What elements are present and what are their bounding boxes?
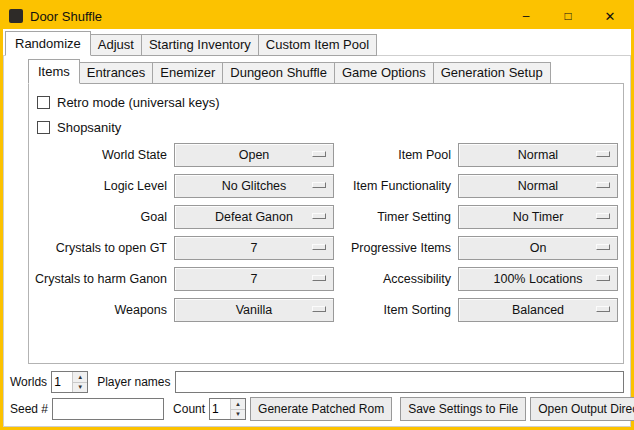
tab-randomize[interactable]: Randomize — [5, 31, 91, 56]
crystals-harm-ganon-label: Crystals to harm Ganon — [35, 272, 167, 286]
dropdown-indicator-icon — [312, 306, 326, 312]
item-pool-label: Item Pool — [341, 148, 451, 162]
crystals-open-gt-label: Crystals to open GT — [35, 241, 167, 255]
accessibility-value: 100% Locations — [494, 272, 583, 286]
goal-value: Defeat Ganon — [215, 210, 293, 224]
player-names-label: Player names — [97, 375, 170, 389]
worlds-spinbox[interactable]: ▲ ▼ — [51, 371, 88, 393]
seed-row: Seed # Count ▲ ▼ Generate Patched Rom Sa… — [10, 397, 624, 421]
progressive-items-value: On — [530, 241, 547, 255]
window-content: Randomize Adjust Starting Inventory Cust… — [3, 29, 631, 427]
shopsanity-label: Shopsanity — [57, 120, 121, 135]
weapons-label: Weapons — [35, 303, 167, 317]
titlebar[interactable]: Door Shuffle – □ ✕ — [3, 3, 631, 29]
tab-adjust[interactable]: Adjust — [90, 34, 142, 56]
save-settings-button[interactable]: Save Settings to File — [400, 397, 526, 421]
worlds-spin-arrows: ▲ ▼ — [72, 372, 87, 392]
tab-generation-setup[interactable]: Generation Setup — [433, 62, 551, 84]
goal-dropdown[interactable]: Defeat Ganon — [174, 205, 334, 229]
tab-enemizer[interactable]: Enemizer — [152, 62, 223, 84]
inner-notebook: Items Entrances Enemizer Dungeon Shuffle… — [28, 59, 624, 364]
world-state-label: World State — [35, 148, 167, 162]
tab-game-options[interactable]: Game Options — [334, 62, 434, 84]
progressive-items-dropdown[interactable]: On — [458, 236, 618, 260]
dropdown-indicator-icon — [596, 182, 610, 188]
dropdown-indicator-icon — [312, 151, 326, 157]
count-spinbox[interactable]: ▲ ▼ — [209, 398, 246, 420]
open-output-button[interactable]: Open Output Directory — [530, 397, 634, 421]
logic-level-value: No Glitches — [222, 179, 287, 193]
spin-down-icon[interactable]: ▼ — [231, 409, 245, 420]
minimize-icon[interactable]: – — [505, 3, 547, 29]
accessibility-label: Accessibility — [341, 272, 451, 286]
shopsanity-row: Shopsanity — [35, 115, 619, 140]
dropdown-indicator-icon — [312, 182, 326, 188]
player-names-input[interactable] — [175, 371, 625, 393]
seed-input[interactable] — [52, 398, 164, 420]
dropdown-indicator-icon — [596, 151, 610, 157]
footer: Worlds ▲ ▼ Player names Seed # Count — [4, 367, 630, 426]
count-input[interactable] — [210, 399, 230, 419]
tab-entrances[interactable]: Entrances — [79, 62, 154, 84]
goal-label: Goal — [35, 210, 167, 224]
accessibility-dropdown[interactable]: 100% Locations — [458, 267, 618, 291]
item-pool-value: Normal — [518, 148, 558, 162]
item-functionality-dropdown[interactable]: Normal — [458, 174, 618, 198]
item-sorting-label: Item Sorting — [341, 303, 451, 317]
timer-setting-dropdown[interactable]: No Timer — [458, 205, 618, 229]
weapons-value: Vanilla — [236, 303, 273, 317]
randomize-tab-panel: Items Entrances Enemizer Dungeon Shuffle… — [3, 55, 631, 427]
tab-items[interactable]: Items — [28, 59, 80, 84]
seed-label: Seed # — [10, 402, 48, 416]
generate-rom-button[interactable]: Generate Patched Rom — [250, 397, 392, 421]
retro-mode-row: Retro mode (universal keys) — [35, 90, 619, 115]
count-label: Count — [173, 402, 205, 416]
crystals-open-gt-value: 7 — [251, 241, 258, 255]
dropdown-indicator-icon — [596, 213, 610, 219]
dropdown-indicator-icon — [312, 244, 326, 250]
dropdown-indicator-icon — [596, 244, 610, 250]
item-sorting-dropdown[interactable]: Balanced — [458, 298, 618, 322]
retro-mode-label: Retro mode (universal keys) — [57, 95, 220, 110]
item-functionality-label: Item Functionality — [341, 179, 451, 193]
crystals-harm-ganon-value: 7 — [251, 272, 258, 286]
world-state-dropdown[interactable]: Open — [174, 143, 334, 167]
tab-starting-inventory[interactable]: Starting Inventory — [141, 34, 259, 56]
spin-up-icon[interactable]: ▲ — [231, 399, 245, 409]
logic-level-dropdown[interactable]: No Glitches — [174, 174, 334, 198]
dropdown-indicator-icon — [312, 275, 326, 281]
count-spin-arrows: ▲ ▼ — [230, 399, 245, 419]
app-icon — [9, 9, 23, 23]
spin-down-icon[interactable]: ▼ — [73, 382, 87, 393]
dropdown-indicator-icon — [312, 213, 326, 219]
weapons-dropdown[interactable]: Vanilla — [174, 298, 334, 322]
spin-up-icon[interactable]: ▲ — [73, 372, 87, 382]
shopsanity-checkbox[interactable] — [37, 121, 50, 134]
timer-setting-value: No Timer — [513, 210, 564, 224]
world-state-value: Open — [239, 148, 270, 162]
options-grid: World State Open Item Pool Normal Logic … — [35, 143, 619, 322]
app-window: Door Shuffle – □ ✕ Randomize Adjust Star… — [0, 0, 634, 430]
close-icon[interactable]: ✕ — [589, 3, 631, 29]
window-title: Door Shuffle — [30, 9, 102, 24]
inner-tab-bar: Items Entrances Enemizer Dungeon Shuffle… — [28, 59, 624, 84]
progressive-items-label: Progressive Items — [341, 241, 451, 255]
outer-tab-bar: Randomize Adjust Starting Inventory Cust… — [3, 31, 631, 56]
crystals-harm-ganon-dropdown[interactable]: 7 — [174, 267, 334, 291]
crystals-open-gt-dropdown[interactable]: 7 — [174, 236, 334, 260]
retro-mode-checkbox[interactable] — [37, 96, 50, 109]
logic-level-label: Logic Level — [35, 179, 167, 193]
item-sorting-value: Balanced — [512, 303, 564, 317]
timer-setting-label: Timer Setting — [341, 210, 451, 224]
window-controls: – □ ✕ — [505, 3, 631, 29]
tab-dungeon-shuffle[interactable]: Dungeon Shuffle — [222, 62, 335, 84]
items-tab-panel: Retro mode (universal keys) Shopsanity W… — [28, 83, 624, 364]
dropdown-indicator-icon — [596, 306, 610, 312]
item-pool-dropdown[interactable]: Normal — [458, 143, 618, 167]
dropdown-indicator-icon — [596, 275, 610, 281]
worlds-label: Worlds — [10, 375, 47, 389]
maximize-icon[interactable]: □ — [547, 3, 589, 29]
worlds-input[interactable] — [52, 372, 72, 392]
item-functionality-value: Normal — [518, 179, 558, 193]
tab-custom-item-pool[interactable]: Custom Item Pool — [258, 34, 377, 56]
